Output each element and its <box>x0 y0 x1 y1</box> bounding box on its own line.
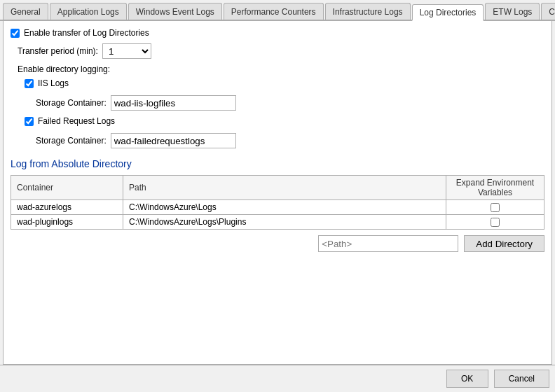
transfer-period-row: Transfer period (min): 1 5 10 <box>18 43 544 59</box>
col-header-container: Container <box>11 176 123 200</box>
failed-storage-row: Storage Container: <box>36 133 544 148</box>
tab-performance-counters[interactable]: Performance Counters <box>224 3 324 20</box>
failed-request-label: Failed Request Logs <box>38 116 115 126</box>
table-cell-path: C:\WindowsAzure\Logs\Plugins <box>123 215 446 230</box>
table-cell-expand <box>446 200 544 215</box>
table-cell-expand <box>446 215 544 230</box>
iis-storage-input[interactable] <box>111 95 236 111</box>
table-cell-path: C:\WindowsAzure\Logs <box>123 200 446 215</box>
tab-general[interactable]: General <box>3 3 48 20</box>
tab-infrastructure-logs[interactable]: Infrastructure Logs <box>325 3 411 20</box>
transfer-period-label: Transfer period (min): <box>18 46 98 56</box>
directory-table: Container Path Expand Environment Variab… <box>11 175 544 230</box>
iis-logs-label: IIS Logs <box>38 78 69 88</box>
main-window: General Application Logs Windows Event L… <box>0 0 555 392</box>
failed-request-checkbox[interactable] <box>25 117 34 126</box>
col-header-path: Path <box>123 176 446 200</box>
iis-logs-checkbox[interactable] <box>25 79 34 88</box>
failed-storage-label: Storage Container: <box>36 136 107 146</box>
col-header-expand: Expand Environment Variables <box>446 176 544 200</box>
iis-storage-row: Storage Container: <box>36 95 544 111</box>
add-dir-row: Add Directory <box>11 230 544 255</box>
table-row: wad-azurelogsC:\WindowsAzure\Logs <box>11 200 544 215</box>
tab-application-logs[interactable]: Application Logs <box>50 3 127 20</box>
table-cell-container: wad-azurelogs <box>11 200 123 215</box>
transfer-period-select[interactable]: 1 5 10 <box>102 43 151 59</box>
add-directory-button[interactable]: Add Directory <box>464 235 544 252</box>
cancel-button[interactable]: Cancel <box>494 370 549 388</box>
tab-bar: General Application Logs Windows Event L… <box>0 0 555 21</box>
enable-transfer-label: Enable transfer of Log Directories <box>24 28 149 38</box>
enable-transfer-row: Enable transfer of Log Directories <box>11 28 544 38</box>
tab-windows-event-logs[interactable]: Windows Event Logs <box>128 3 222 20</box>
failed-request-group: Failed Request Logs <box>25 116 544 129</box>
expand-env-checkbox[interactable] <box>491 203 500 212</box>
iis-logs-group: IIS Logs <box>25 78 544 91</box>
failed-request-item: Failed Request Logs <box>25 116 544 126</box>
expand-env-checkbox[interactable] <box>491 218 500 227</box>
abs-dir-title: Log from Absolute Directory <box>11 158 544 169</box>
failed-storage-input[interactable] <box>111 133 236 148</box>
footer: OK Cancel <box>0 365 555 392</box>
tab-etw-logs[interactable]: ETW Logs <box>485 3 540 20</box>
tab-content: Enable transfer of Log Directories Trans… <box>3 21 552 365</box>
table-row: wad-pluginlogsC:\WindowsAzure\Logs\Plugi… <box>11 215 544 230</box>
path-input[interactable] <box>318 235 458 252</box>
tab-log-directories[interactable]: Log Directories <box>412 4 484 21</box>
ok-button[interactable]: OK <box>446 370 488 388</box>
tab-crash-dumps[interactable]: Crash Dumps <box>541 3 555 20</box>
iis-storage-label: Storage Container: <box>36 98 107 108</box>
iis-logs-item: IIS Logs <box>25 78 544 88</box>
table-cell-container: wad-pluginlogs <box>11 215 123 230</box>
enable-transfer-checkbox[interactable] <box>11 29 20 38</box>
enable-dir-logging-label: Enable directory logging: <box>18 64 544 74</box>
